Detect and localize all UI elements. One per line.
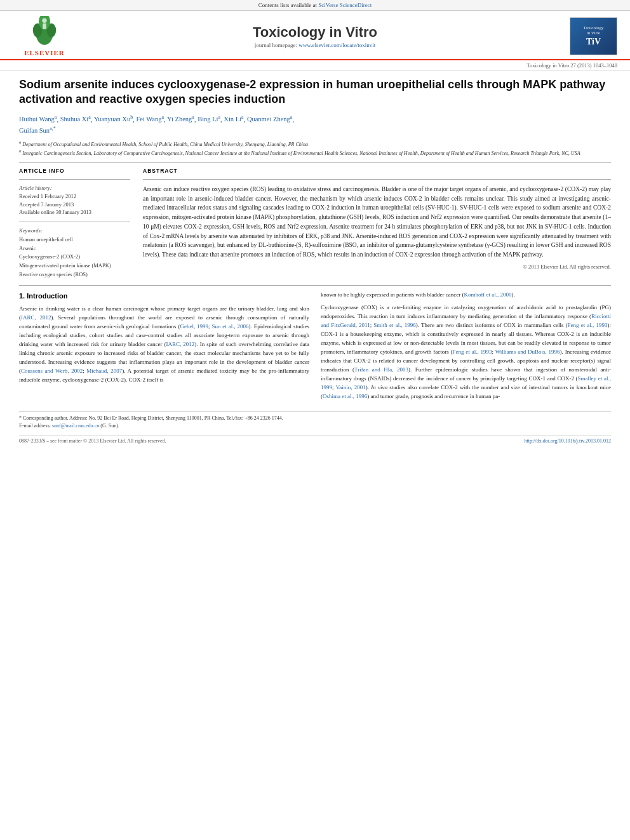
divider-body [19, 285, 611, 286]
body-col-left: 1. Introduction Arsenic in drinking wate… [19, 291, 309, 404]
divider-info [19, 179, 130, 180]
vainio-ref[interactable]: Vainio, 2001 [336, 384, 366, 390]
keyword-2: Arsenic [19, 244, 130, 253]
divider-abstract [143, 179, 611, 180]
keyword-4: Mitogen-activated protein kinase (MAPK) [19, 262, 130, 270]
affiliation-b: b Inorganic Carcinogenesis Section, Labo… [19, 148, 611, 157]
body-right-p1: known to be highly expressed in patients… [321, 291, 611, 300]
affiliation-a: a Department of Occupational and Environ… [19, 139, 611, 148]
abstract-text: Arsenic can induce reactive oxygen speci… [143, 185, 611, 260]
journal-title-area: Toxicology in Vitro journal homepage: ww… [76, 24, 554, 48]
doi-link[interactable]: http://dx.doi.org/10.1016/j.tiv.2013.01.… [525, 438, 611, 444]
article-info-abstract: ARTICLE INFO Article history: Received 1… [19, 168, 611, 279]
footnote-star-text: * Corresponding author. Address: No. 92 … [19, 415, 283, 421]
author-1: Huihui Wanga [19, 116, 57, 123]
divider-1 [19, 162, 611, 163]
elsevier-label: ELSEVIER [24, 49, 65, 57]
article-title: Sodium arsenite induces cyclooxygenase-2… [19, 77, 611, 107]
feng-ref-1[interactable]: Feng et al., 1993 [568, 322, 608, 328]
author-8: Quanmei Zhenga [247, 116, 293, 123]
smith-ref[interactable]: Smith et al., 1996 [373, 322, 415, 328]
svg-rect-6 [43, 23, 46, 29]
top-bar: Contents lists available at SciVerse Sci… [0, 0, 630, 11]
oshima-ref[interactable]: Oshima et al., 1996 [323, 393, 367, 399]
tiv-logo-title: Toxicology in Vitro [584, 25, 604, 36]
history-accepted: Accepted 7 January 2013 [19, 201, 130, 209]
intro-heading: 1. Introduction [19, 291, 309, 302]
email-suffix: (G. Sun). [100, 423, 119, 429]
sun-ref[interactable]: Sun et al., 2006 [211, 323, 248, 330]
elsevier-logo: ELSEVIER [13, 16, 76, 57]
body-col-right: known to be highly expressed in patients… [321, 291, 611, 404]
divider-keywords [19, 222, 130, 222]
komhoff-ref[interactable]: Komhoff et al., 2000 [464, 291, 511, 298]
email-link[interactable]: sunf@mail.cmu.edu.cn [52, 423, 99, 429]
main-content: Sodium arsenite induces cyclooxygenase-2… [0, 71, 630, 453]
body-two-col: 1. Introduction Arsenic in drinking wate… [19, 291, 611, 404]
author-2: Shuhua Xia [60, 116, 91, 123]
keyword-1: Human uroepithelial cell [19, 236, 130, 244]
article-info-label: ARTICLE INFO [19, 168, 130, 174]
elsevier-tree-icon [25, 16, 64, 48]
author-9: Guifan Suna,* [19, 127, 56, 134]
sciverse-link[interactable]: SciVerse ScienceDirect [318, 2, 372, 8]
elsevier-logo-area: ELSEVIER [13, 16, 76, 57]
keyword-3: Cyclooxygenase-2 (COX-2) [19, 253, 130, 262]
tiv-logo: Toxicology in Vitro TiV [570, 17, 617, 55]
history-online: Available online 30 January 2013 [19, 208, 130, 217]
keywords-label: Keywords: [19, 227, 130, 234]
body-content: 1. Introduction Arsenic in drinking wate… [19, 285, 611, 404]
feng-ref-2[interactable]: Feng et al., 1993 [452, 349, 492, 355]
michaud-ref[interactable]: Michaud, 2007 [86, 368, 122, 374]
journal-homepage: journal homepage: www.elsevier.com/locat… [76, 42, 554, 48]
tiv-logo-area: Toxicology in Vitro TiV [554, 17, 617, 55]
author-3: Yuanyuan Xub [94, 116, 133, 123]
bottom-bar: 0887-2333/$ – see front matter © 2013 El… [19, 435, 611, 446]
intro-p1: Arsenic in drinking water is a clear hum… [19, 305, 309, 384]
copyright-line: © 2013 Elsevier Ltd. All rights reserved… [143, 263, 611, 270]
affiliations: a Department of Occupational and Environ… [19, 139, 611, 157]
abstract-col: ABSTRACT Arsenic can induce reactive oxy… [143, 168, 611, 279]
authors-line: Huihui Wanga, Shuhua Xia, Yuanyuan Xub, … [19, 114, 611, 136]
iarc-ref-2[interactable]: IARC, 2012 [166, 341, 195, 347]
author-4: Fei Wanga [136, 116, 164, 123]
author-5: Yi Zhenga [167, 116, 194, 123]
history-received: Received 1 February 2012 [19, 192, 130, 201]
homepage-label: journal homepage: [255, 42, 298, 48]
history-label: Article history: [19, 185, 130, 191]
tiv-logo-abbr: TiV [586, 37, 601, 47]
iarc-ref-1[interactable]: IARC, 2012 [21, 314, 51, 321]
journal-title: Toxicology in Vitro [76, 24, 554, 41]
email-label: E-mail address: [19, 423, 51, 429]
gebel-ref[interactable]: Gebel, 1999 [180, 323, 208, 330]
contents-label: Contents lists available at [258, 2, 318, 8]
footnote-star: * Corresponding author. Address: No. 92 … [19, 415, 611, 422]
footnote-email: E-mail address: sunf@mail.cmu.edu.cn (G.… [19, 422, 611, 430]
footnote-section: * Corresponding author. Address: No. 92 … [19, 411, 611, 430]
homepage-link[interactable]: www.elsevier.com/locate/toxinvit [298, 42, 375, 48]
article-info-col: ARTICLE INFO Article history: Received 1… [19, 168, 130, 279]
coussens-ref[interactable]: Coussens and Werb, 2002 [21, 368, 83, 374]
trifan-ref[interactable]: Trifan and Hla, 2003 [354, 366, 408, 373]
abstract-label: ABSTRACT [143, 168, 611, 174]
williams-ref[interactable]: Williams and DuBois, 1996 [495, 349, 560, 355]
article-citation: Toxicology in Vitro 27 (2013) 1043–1048 [0, 60, 630, 71]
journal-header: ELSEVIER Toxicology in Vitro journal hom… [0, 11, 630, 60]
page-wrapper: Contents lists available at SciVerse Sci… [0, 0, 630, 453]
body-right-p2: Cyclooxygenase (COX) is a rate-limiting … [321, 303, 611, 401]
author-6: Bing Lia [198, 116, 220, 123]
svg-point-5 [42, 18, 46, 23]
keyword-5: Reactive oxygen species (ROS) [19, 270, 130, 279]
and-text: and [371, 393, 379, 399]
issn-text: 0887-2333/$ – see front matter © 2013 El… [19, 438, 166, 444]
author-7: Xin Lia [224, 116, 243, 123]
